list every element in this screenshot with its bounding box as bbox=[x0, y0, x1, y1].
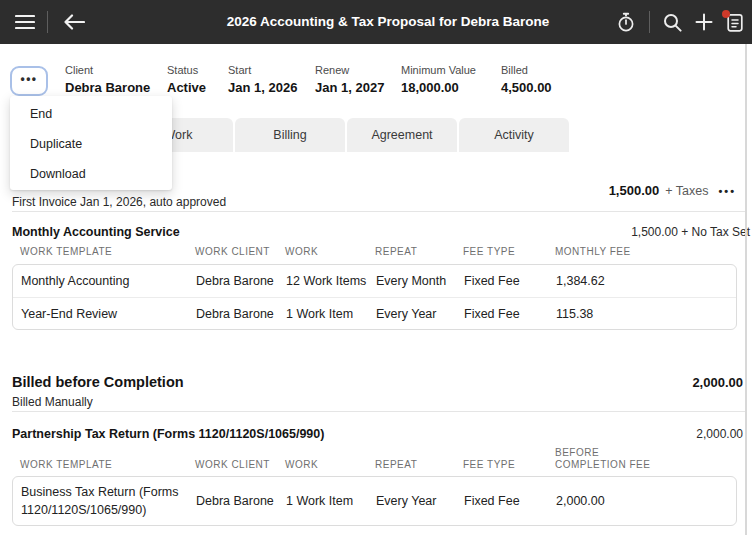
monthly-tax-label: + Taxes bbox=[665, 184, 708, 198]
topbar-actions bbox=[616, 0, 744, 44]
cell-work-template: Year-End Review bbox=[13, 307, 196, 321]
field-minimum-value: Minimum Value 18,000.00 bbox=[401, 64, 501, 95]
service-name: Monthly Accounting Service bbox=[12, 225, 180, 239]
timer-icon[interactable] bbox=[616, 12, 636, 33]
cell-work: 1 Work Item bbox=[286, 307, 376, 321]
cell-work-client: Debra Barone bbox=[196, 274, 286, 288]
field-renew: Renew Jan 1, 2027 bbox=[315, 64, 401, 95]
notification-badge bbox=[722, 10, 730, 18]
field-label: Client bbox=[65, 64, 167, 76]
service-amount: 2,000.00 bbox=[696, 427, 743, 441]
tab-billing[interactable]: Billing bbox=[235, 118, 345, 152]
column-header: BEFORE COMPLETION FEE bbox=[555, 447, 667, 470]
before-completion-service-row: Partnership Tax Return (Forms 1120/1120S… bbox=[12, 427, 743, 441]
tab-agreement[interactable]: Agreement bbox=[347, 118, 457, 152]
menu-item-download[interactable]: Download bbox=[10, 159, 172, 189]
cell-work-client: Debra Barone bbox=[196, 492, 286, 510]
field-label: Start bbox=[228, 64, 315, 76]
back-arrow-icon[interactable] bbox=[60, 0, 88, 44]
field-value: Jan 1, 2026 bbox=[228, 80, 315, 95]
topbar-divider bbox=[649, 11, 650, 33]
cell-fee: 2,000.00 bbox=[556, 492, 736, 510]
section-divider bbox=[12, 411, 745, 412]
monthly-work-table: Monthly Accounting Debra Barone 12 Work … bbox=[12, 264, 737, 330]
cell-work-template: Monthly Accounting bbox=[13, 274, 196, 288]
column-header: REPEAT bbox=[375, 459, 463, 470]
field-value: Jan 1, 2027 bbox=[315, 80, 401, 95]
before-completion-note: Billed Manually bbox=[12, 395, 93, 409]
section-amount: 2,000.00 bbox=[692, 375, 743, 390]
monthly-invoice-note: First Invoice Jan 1, 2026, auto approved bbox=[12, 195, 226, 209]
proposal-summary-fields: Client Debra Barone Status Active Start … bbox=[65, 64, 591, 95]
menu-item-duplicate[interactable]: Duplicate bbox=[10, 129, 172, 159]
column-header: WORK bbox=[285, 246, 375, 257]
field-status: Status Active bbox=[167, 64, 228, 95]
more-dots-icon: ••• bbox=[20, 72, 37, 86]
cell-work: 12 Work Items bbox=[286, 274, 376, 288]
before-completion-title-row: Billed before Completion 2,000.00 bbox=[12, 374, 743, 390]
table-row[interactable]: Monthly Accounting Debra Barone 12 Work … bbox=[13, 265, 736, 297]
service-amount: 1,500.00 + No Tax Set bbox=[631, 225, 750, 239]
section-overflow-icon[interactable]: ••• bbox=[718, 185, 736, 197]
cell-fee-type: Fixed Fee bbox=[464, 274, 556, 288]
column-header: WORK CLIENT bbox=[195, 246, 285, 257]
service-name: Partnership Tax Return (Forms 1120/1120S… bbox=[12, 427, 324, 441]
section-divider bbox=[12, 211, 745, 212]
cell-fee-type: Fixed Fee bbox=[464, 307, 556, 321]
column-header: REPEAT bbox=[375, 246, 463, 257]
column-header: FEE TYPE bbox=[463, 459, 555, 470]
monthly-section-amount-row: 1,500.00 + Taxes ••• bbox=[609, 183, 736, 198]
cell-fee: 115.38 bbox=[556, 307, 736, 321]
field-value: Active bbox=[167, 80, 228, 95]
topbar: 2026 Accounting & Tax Proposal for Debra… bbox=[0, 0, 752, 44]
cell-repeat: Every Year bbox=[376, 492, 464, 510]
topbar-divider bbox=[47, 11, 48, 33]
field-label: Minimum Value bbox=[401, 64, 501, 76]
field-start: Start Jan 1, 2026 bbox=[228, 64, 315, 95]
hamburger-menu-icon[interactable] bbox=[12, 0, 38, 44]
cell-fee: 1,384.62 bbox=[556, 274, 736, 288]
add-icon[interactable] bbox=[695, 13, 713, 31]
cell-repeat: Every Month bbox=[376, 274, 464, 288]
field-label: Status bbox=[167, 64, 228, 76]
monthly-service-row: Monthly Accounting Service 1,500.00 + No… bbox=[12, 225, 750, 239]
section-title: Billed before Completion bbox=[12, 374, 184, 390]
field-value: 4,500.00 bbox=[501, 80, 591, 95]
column-header: MONTHLY FEE bbox=[555, 246, 735, 257]
column-header: WORK TEMPLATE bbox=[12, 246, 195, 257]
before-completion-table-header: WORK TEMPLATE WORK CLIENT WORK REPEAT FE… bbox=[12, 444, 737, 470]
field-value: 18,000.00 bbox=[401, 80, 501, 95]
column-header: FEE TYPE bbox=[463, 246, 555, 257]
monthly-amount: 1,500.00 bbox=[609, 183, 660, 198]
cell-repeat: Every Year bbox=[376, 307, 464, 321]
field-client: Client Debra Barone bbox=[65, 64, 167, 95]
field-value: Debra Barone bbox=[65, 80, 167, 95]
field-label: Renew bbox=[315, 64, 401, 76]
table-row[interactable]: Business Tax Return (Forms 1120/1120S/10… bbox=[13, 477, 736, 525]
cell-work: 1 Work Item bbox=[286, 492, 376, 510]
cell-work-template: Business Tax Return (Forms 1120/1120S/10… bbox=[13, 483, 196, 519]
proposal-page: 2026 Accounting & Tax Proposal for Debra… bbox=[0, 0, 752, 535]
context-menu: End Duplicate Download bbox=[10, 96, 172, 190]
cell-work-client: Debra Barone bbox=[196, 307, 286, 321]
column-header: WORK CLIENT bbox=[195, 459, 285, 470]
column-header: WORK TEMPLATE bbox=[12, 459, 195, 470]
tab-activity[interactable]: Activity bbox=[459, 118, 569, 152]
monthly-table-header: WORK TEMPLATE WORK CLIENT WORK REPEAT FE… bbox=[12, 246, 737, 257]
tab-bar: Work Billing Agreement Activity bbox=[123, 118, 569, 152]
menu-item-end[interactable]: End bbox=[10, 99, 172, 129]
column-header: WORK bbox=[285, 459, 375, 470]
cell-fee-type: Fixed Fee bbox=[464, 492, 556, 510]
field-billed: Billed 4,500.00 bbox=[501, 64, 591, 95]
document-badge-icon[interactable] bbox=[726, 12, 744, 33]
search-icon[interactable] bbox=[663, 13, 682, 32]
table-row[interactable]: Year-End Review Debra Barone 1 Work Item… bbox=[13, 297, 736, 329]
before-completion-work-table: Business Tax Return (Forms 1120/1120S/10… bbox=[12, 476, 737, 526]
scrollbar[interactable] bbox=[745, 44, 747, 535]
proposal-more-button[interactable]: ••• bbox=[10, 66, 48, 96]
field-label: Billed bbox=[501, 64, 591, 76]
